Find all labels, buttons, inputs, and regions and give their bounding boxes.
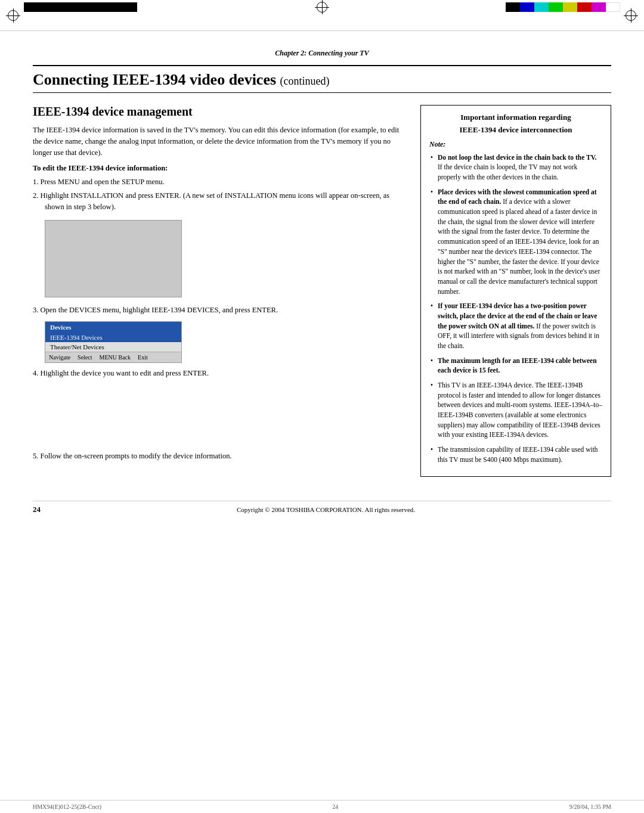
chapter-header: Chapter 2: Connecting your TV [33,49,611,58]
color-bar-yellow [563,2,577,12]
bullet-6: The transmission capability of IEEE-1394… [429,445,602,464]
bullet-5-normal: This TV is an IEEE-1394A device. The IEE… [438,381,602,438]
footer-back: MENU Back [100,354,131,361]
bullet-4-bold: The maximum length for an IEEE-1394 cabl… [438,357,597,374]
top-registration-area [0,0,644,31]
info-box: Important information regarding IEEE-139… [420,105,611,477]
devices-menu-screenshot: Devices IEEE-1394 Devices Theater/Net De… [45,321,182,363]
bullet-1: Do not loop the last device in the chain… [429,153,602,182]
devices-menu-item-theater: Theater/Net Devices [45,342,181,352]
info-box-title-line1: Important information regarding [429,113,602,123]
footer-exit: Exit [138,354,148,361]
step-2: 2. Highlight INSTALLATION and press ENTE… [33,190,406,213]
copyright-text: Copyright © 2004 TOSHIBA CORPORATION. Al… [41,506,611,513]
page-content: Chapter 2: Connecting your TV Connecting… [0,31,644,538]
color-bar-white [606,2,620,12]
crosshair-top-center [315,0,329,14]
right-column: Important information regarding IEEE-139… [420,105,611,477]
steps-list-2: 3. Open the DEVICES menu, highlight IEEE… [33,305,406,316]
bottom-bar: HMX94(E)012-25(2B-Cnct) 24 9/28/04, 1:35… [0,800,644,813]
bottom-left-text: HMX94(E)012-25(2B-Cnct) [33,803,101,810]
bullet-2: Place devices with the slowest communica… [429,187,602,296]
step-5-container: 5. Follow the on-screen prompts to modif… [33,451,406,462]
two-column-layout: IEEE-1394 device management The IEEE-139… [33,105,611,477]
footer-select: Select [78,354,92,361]
step-3: 3. Open the DEVICES menu, highlight IEEE… [33,305,406,316]
steps-list: 1. Press MENU and open the SETUP menu. 2… [33,176,406,212]
bullet-3: If your IEEE-1394 device has a two-posit… [429,301,602,350]
devices-menu-footer: Navigate Select MENU Back Exit [45,352,181,362]
page-number: 24 [33,505,41,514]
devices-menu-title: Devices [45,322,181,333]
steps-list-3: 4. Highlight the device you want to edit… [33,368,406,379]
info-box-title-line2: IEEE-1394 device interconnection [429,125,602,135]
footer-navigate: Navigate [49,354,70,361]
bullet-5: This TV is an IEEE-1394A device. The IEE… [429,380,602,440]
black-registration-strip [24,2,137,12]
page-title: Connecting IEEE-1394 video devices (cont… [33,65,611,93]
bottom-right-text: 9/28/04, 1:35 PM [569,803,611,810]
page-title-continued: (continued) [280,75,330,87]
bullet-6-normal: The transmission capability of IEEE-1394… [438,446,598,463]
step-5: 5. Follow the on-screen prompts to modif… [33,451,406,462]
bullet-4: The maximum length for an IEEE-1394 cabl… [429,356,602,376]
color-bar-blue [520,2,534,12]
color-bars [506,2,620,12]
bottom-center-text: 24 [332,803,338,810]
page-title-main: Connecting IEEE-1394 video devices [33,71,276,88]
steps-list-4: 5. Follow the on-screen prompts to modif… [33,451,406,462]
page-footer: 24 Copyright © 2004 TOSHIBA CORPORATION.… [33,501,611,514]
color-bar-black [506,2,520,12]
note-label: Note: [429,140,602,149]
bullet-list: Do not loop the last device in the chain… [429,153,602,464]
section-title: IEEE-1394 device management [33,105,406,119]
left-column: IEEE-1394 device management The IEEE-139… [33,105,406,477]
installation-menu-inner [45,221,181,297]
steps-label: To edit the IEEE-1394 device information… [33,164,406,173]
color-bar-green [549,2,563,12]
chapter-title: Chapter 2: Connecting your TV [275,49,369,57]
intro-text: The IEEE-1394 device information is save… [33,125,406,158]
bullet-2-normal: If a device with a slower communication … [438,198,600,294]
installation-menu-screenshot [45,220,182,297]
bullet-1-bold: Do not loop the last device in the chain… [438,154,596,161]
crosshair-left [6,8,20,23]
color-bar-cyan [534,2,549,12]
bullet-1-normal: If the device chain is looped, the TV ma… [438,163,577,181]
step-4: 4. Highlight the device you want to edit… [33,368,406,379]
color-bar-magenta [592,2,606,12]
color-bar-red [577,2,592,12]
crosshair-right [624,8,638,23]
step-1: 1. Press MENU and open the SETUP menu. [33,176,406,188]
devices-menu-item-ieee: IEEE-1394 Devices [45,333,181,342]
